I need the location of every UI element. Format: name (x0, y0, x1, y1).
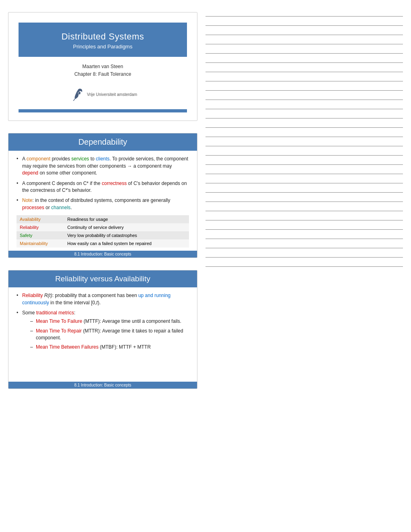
term-safety: Safety (17, 231, 64, 239)
note-line (206, 16, 403, 17)
slide1-logo: Vrije Universiteit amsterdam (8, 82, 197, 106)
note-line (206, 100, 403, 100)
slide2-body: A component provides services to clients… (8, 151, 197, 251)
slide2-bullet2: A component C depends on C* if the corre… (17, 180, 189, 194)
slide3-sub2: Mean Time To Repair (MTTR): Average time… (30, 328, 189, 342)
note-line (206, 164, 403, 165)
text-mttf-desc: (MTTF): Average time until a component f… (82, 318, 181, 324)
eagle-icon (68, 86, 85, 102)
slide2-header: Dependability (8, 133, 197, 151)
desc-safety: Very low probability of catastrophes (64, 231, 189, 239)
table-row: Safety Very low probability of catastrop… (17, 231, 189, 239)
note-line (206, 72, 403, 72)
note-line (206, 25, 403, 26)
note-line (206, 183, 403, 183)
slide1-author: Maarten van Steen Chapter 8: Fault Toler… (8, 63, 197, 78)
text-mttf-label: Mean Time To Failure (36, 318, 82, 324)
slide2-bullet1: A component provides services to clients… (17, 156, 189, 177)
term-availability: Availability (17, 215, 64, 223)
slide1-main-title: Distributed Systems (31, 31, 175, 42)
note-line (206, 90, 403, 91)
note-line (206, 248, 403, 248)
text-depend: depend (22, 170, 38, 176)
desc-availability: Readiness for usage (64, 215, 189, 223)
slide2-footer: 8.1 Introduction: Basic concepts (8, 251, 197, 258)
slide3-sub3: Mean Time Between Failures (MTBF): MTTF … (30, 344, 189, 351)
slide3-body: Reliability R(t): probability that a com… (8, 287, 197, 382)
note-line (206, 137, 403, 137)
note-line (206, 53, 403, 54)
note-line (206, 202, 403, 202)
text-traditional-metrics: traditional metrics (36, 310, 74, 316)
slide1-footer-bar (19, 109, 187, 112)
slide-2: Dependability A component provides servi… (8, 133, 197, 258)
note-line (206, 174, 403, 174)
note-line (206, 220, 403, 220)
slide3-footer: 8.1 Introduction: Basic concepts (8, 382, 197, 389)
notes-column (206, 12, 403, 520)
note-line (206, 81, 403, 81)
text-correctness: correctness (102, 181, 127, 186)
term-reliability: Reliability (17, 223, 64, 231)
note-line (206, 211, 403, 211)
slide3-bullet2: Some traditional metrics: Mean Time To F… (17, 310, 189, 351)
text-note: Note (22, 197, 32, 203)
note-line (206, 127, 403, 128)
slide-3: Reliability versus Availability Reliabil… (8, 270, 197, 389)
note-line (206, 109, 403, 109)
table-row: Maintainability How easily can a failed … (17, 239, 189, 247)
text-services: services (71, 156, 89, 162)
slide3-header: Reliability versus Availability (8, 270, 197, 287)
text-component: component (27, 156, 50, 162)
note-line (206, 146, 403, 146)
note-line (206, 229, 403, 230)
table-row: Availability Readiness for usage (17, 215, 189, 223)
slide-1: Distributed Systems Principles and Parad… (8, 12, 197, 121)
slide1-sub-title: Principles and Paradigms (31, 44, 175, 50)
slide3-sub1: Mean Time To Failure (MTTF): Average tim… (30, 318, 189, 325)
slide3-bullet1: Reliability R(t): probability that a com… (17, 292, 189, 306)
note-line (206, 118, 403, 118)
desc-reliability: Continuity of service delivery (64, 223, 189, 231)
page-layout: Distributed Systems Principles and Parad… (0, 0, 411, 532)
dependability-table: Availability Readiness for usage Reliabi… (17, 215, 189, 247)
note-line (206, 35, 403, 35)
note-line (206, 192, 403, 193)
slides-column: Distributed Systems Principles and Parad… (8, 12, 197, 520)
text-processes: processes (22, 205, 44, 210)
term-maintainability: Maintainability (17, 239, 64, 247)
text-mtbf-label: Mean Time Between Failures (36, 344, 98, 350)
note-line (206, 266, 403, 267)
note-line (206, 257, 403, 258)
note-line (206, 62, 403, 63)
text-reliability-label: Reliability (22, 293, 43, 298)
desc-maintainability: How easily can a failed system be repair… (64, 239, 189, 247)
text-mtbf-desc: (MTBF): MTTF + MTTR (98, 344, 151, 350)
slide1-header: Distributed Systems Principles and Parad… (19, 23, 187, 57)
note-line (206, 239, 403, 239)
text-rt: R(t) (44, 293, 52, 298)
text-clients: clients (96, 156, 110, 162)
table-row: Reliability Continuity of service delive… (17, 223, 189, 231)
text-mttr-label: Mean Time To Repair (36, 328, 82, 334)
note-line (206, 44, 403, 44)
text-channels: channels (51, 205, 71, 210)
slide2-bullet3: Note: in the context of distributed syst… (17, 197, 189, 211)
note-line (206, 155, 403, 156)
